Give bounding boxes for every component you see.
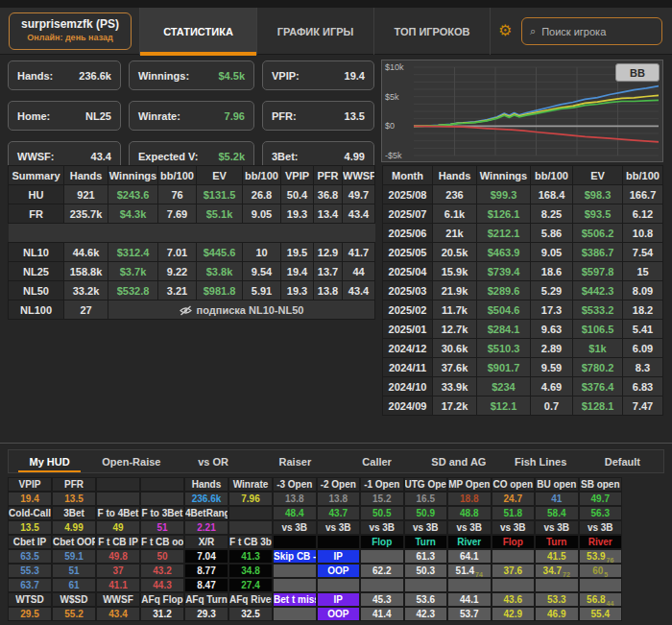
subscription-note: подписка NL10-NL50	[108, 300, 375, 320]
hud-cell-r8-c13: 56.844	[579, 592, 623, 607]
table-cell: 15.9k	[433, 262, 477, 281]
hud-tab-3[interactable]: Raiser	[254, 450, 336, 472]
table-cell: 2.89	[531, 339, 573, 358]
stat-card-label: WWSF:	[17, 151, 54, 162]
hud-cell-r8-c5: AFq River	[228, 592, 273, 607]
table-cell: 43.4	[343, 281, 375, 300]
table-cell: 921	[64, 185, 108, 204]
month-row-label: 2025/01	[383, 320, 433, 339]
stat-card-label: 3Bet:	[272, 151, 299, 162]
top-tab-1[interactable]: ГРАФИК ИГРЫ	[256, 8, 373, 55]
summary-table-body: HU921$243.676$131.526.850.436.849.7FR235…	[9, 185, 375, 320]
hud-cell-r4-c5: F t CB 3bP	[228, 535, 273, 549]
search-box[interactable]: ⌕	[521, 17, 662, 45]
hud-grid: VPIPPFRHandsWinrate-3 Open-2 Open-1 Open…	[8, 477, 622, 621]
table-cell: 8.25	[531, 204, 573, 224]
hud-cell-r9-c10: 53.7	[447, 607, 492, 621]
table-row: 2025/0520.5k$463.99.05$386.77.54	[383, 243, 663, 262]
hud-cell-r1-c9: 16.5	[404, 492, 448, 506]
table-cell: $128.1	[573, 397, 623, 416]
hud-cell-r5-c12: 41.5	[535, 549, 579, 564]
table-row: 2025/076.1k$126.18.25$93.56.12	[383, 204, 663, 224]
hud-cell-r0-c12: BU open	[535, 477, 579, 492]
hud-tab-7[interactable]: Default	[582, 450, 663, 472]
table-cell: 41.7	[343, 243, 375, 262]
table-cell: $212.1	[477, 224, 531, 243]
table-cell: 5.86	[531, 224, 573, 243]
summary-row-label: NL10	[9, 243, 64, 262]
hud-cell-r7-c12	[535, 578, 579, 592]
hud-cell-r4-c11: Flop	[492, 535, 536, 549]
hud-cell-r3-c11: vs 3B	[492, 520, 536, 535]
column-header: VPIP	[281, 166, 314, 185]
hud-cell-r2-c7: 43.7	[317, 506, 361, 520]
hud-cell-r8-c9: 53.6	[404, 592, 448, 607]
hud-cell-r5-c11	[492, 549, 536, 564]
hud-tab-0[interactable]: My HUD	[9, 450, 90, 472]
table-cell: $739.4	[477, 262, 531, 281]
hud-cell-r0-c10: MP Open	[447, 477, 492, 492]
hud-cell-r8-c1: W$SD	[52, 592, 96, 607]
top-tab-2[interactable]: ТОП ИГРОКОВ	[373, 8, 491, 55]
hud-tab-5[interactable]: SD and AG	[418, 450, 499, 472]
table-cell: $1k	[573, 339, 623, 358]
table-row: 2024/0917.2k$12.10.7$128.17.47	[383, 397, 663, 416]
hud-cell-r2-c10: 48.8	[447, 506, 492, 520]
table-cell: 37.6k	[433, 358, 477, 377]
table-cell: $234	[477, 377, 531, 397]
table-cell: $99.3	[477, 185, 531, 204]
hud-cell-r2-c0: Cold-Call	[8, 506, 52, 520]
hud-cell-r8-c11: 43.6	[492, 592, 536, 607]
hud-cell-r7-c0: 63.7	[8, 578, 52, 592]
table-cell: $131.5	[197, 185, 243, 204]
hud-cell-r2-c9: 50.9	[404, 506, 448, 520]
hud-tab-1[interactable]: Open-Raise	[90, 450, 172, 472]
hud-cell-r7-c9	[404, 578, 448, 592]
search-icon: ⌕	[530, 25, 536, 37]
top-tab-0[interactable]: СТАТИСТИКА	[139, 8, 256, 55]
hud-cell-r4-c9: Turn	[404, 535, 448, 549]
hud-cell-r3-c7: vs 3B	[317, 520, 361, 535]
hud-cell-r8-c8: 45.3	[360, 592, 404, 607]
table-cell: $289.6	[477, 281, 531, 300]
winnings-chart-panel: $10k$5k$0-$5k BB	[381, 60, 663, 162]
top-tabs: СТАТИСТИКАГРАФИК ИГРЫТОП ИГРОКОВ	[139, 8, 491, 55]
hud-cell-r2-c2: F to 4Bet	[96, 506, 140, 520]
summary-table: SummaryHandsWinningsbb/100EVbb/100VPIPPF…	[8, 165, 375, 320]
hud-cell-r6-c13: 605	[579, 564, 623, 578]
search-input[interactable]	[541, 26, 654, 37]
table-cell: 4.69	[531, 377, 573, 397]
bb-unit-button[interactable]: BB	[615, 63, 660, 82]
hud-tab-2[interactable]: vs OR	[173, 450, 254, 472]
hud-cell-r4-c6	[273, 535, 317, 549]
stat-card-label: Winnings:	[138, 70, 189, 82]
table-row: 2024/1137.6k$901.79.59$780.28.3	[383, 358, 663, 377]
hud-cell-r2-c6: 48.4	[273, 506, 317, 520]
hud-cell-r6-c4: 8.77	[184, 564, 228, 578]
table-cell: 8.09	[623, 281, 663, 300]
player-box[interactable]: surprisemzfk (PS) Онлайн: день назад	[9, 12, 132, 50]
hud-tab-4[interactable]: Caller	[336, 450, 418, 472]
table-cell: 13.8	[314, 281, 343, 300]
table-cell: 76	[158, 185, 197, 204]
stat-card-label: Winrate:	[138, 110, 180, 122]
table-cell: 12.9	[314, 243, 343, 262]
hud-cell-r6-c5: 34.8	[228, 564, 273, 578]
table-cell: 33.2k	[64, 281, 108, 300]
hud-cell-r5-c9: 61.3	[404, 549, 448, 564]
hud-cell-r0-c2	[96, 477, 140, 492]
hud-cell-r0-c13: SB open	[579, 477, 623, 492]
hud-cell-r8-c10: 44.1	[447, 592, 492, 607]
stat-card-value: 19.4	[345, 70, 365, 82]
hud-cell-r8-c0: WTSD	[8, 592, 52, 607]
table-row: NL1044.6k$312.47.01$445.61019.512.941.7	[9, 243, 375, 262]
hud-tab-6[interactable]: Fish Lines	[500, 450, 582, 472]
month-row-label: 2025/02	[383, 300, 433, 320]
stat-card-5: PFR:13.5	[262, 101, 374, 131]
gear-icon[interactable]: ⚙	[498, 21, 512, 39]
table-cell: 6.12	[623, 204, 663, 224]
y-axis-label: $0	[385, 121, 395, 131]
table-cell: $532.8	[108, 281, 158, 300]
month-row-label: 2024/12	[383, 339, 433, 358]
table-row: 2024/1033.9k$2344.69$376.46.83	[383, 377, 663, 397]
